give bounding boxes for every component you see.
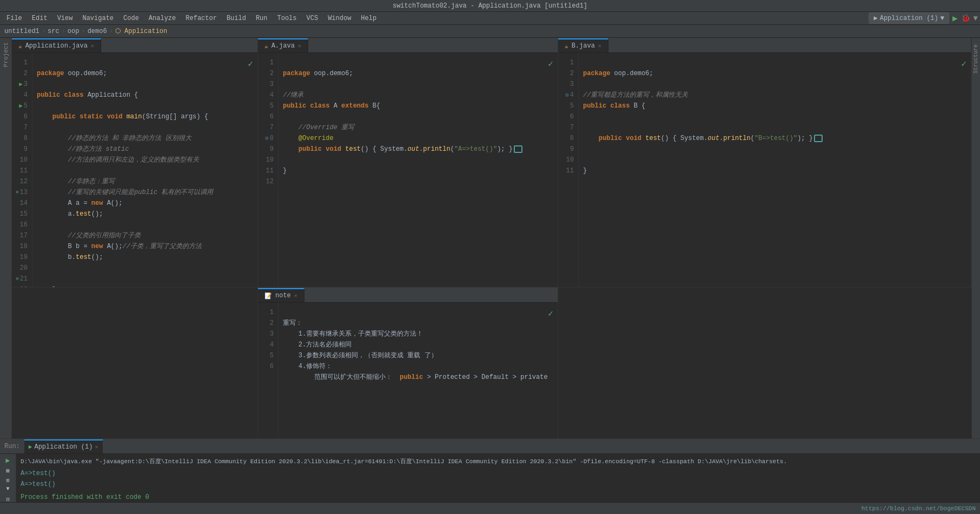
application-java-tabs: ☕ Application.java ✕	[12, 38, 257, 53]
note-line-numbers: 123456	[258, 303, 279, 438]
tab-b-java[interactable]: ☕ B.java ✕	[558, 38, 608, 52]
b-java-tabs: ☕ B.java ✕	[558, 38, 971, 53]
b-java-code[interactable]: package oop.demo6; //重写都是方法的重写，和属性无关 pub…	[579, 53, 971, 287]
run-tab-close[interactable]: ✕	[95, 444, 98, 450]
run-output-link-1[interactable]: A=>test()	[21, 470, 56, 477]
b-java-content: 123 ⊙4 567891011 package oop.demo6; //重写…	[558, 53, 971, 287]
debug-button[interactable]: 🐞	[961, 14, 970, 23]
run-config-icon: ▶	[873, 14, 877, 22]
breadcrumb-src[interactable]: src	[48, 28, 59, 35]
run-config-label: Application (1)	[880, 15, 938, 22]
menu-bar: File Edit View Navigate Code Analyze Ref…	[0, 12, 980, 25]
tab-a-java-icon: ☕	[264, 43, 268, 50]
tab-java-icon: ☕	[18, 43, 22, 50]
run-exit-msg: Process finished with exit code 0	[21, 492, 976, 503]
a-java-gutter-icon-8[interactable]: ⊙	[265, 133, 269, 144]
tab-b-java-close[interactable]: ✕	[598, 43, 601, 49]
note-pane: 📝 note ✕ 123456 重写： 1.需要有继承关系，子类重写父类的方法！…	[258, 288, 558, 438]
fold-icon-21[interactable]: ⊖	[16, 273, 18, 284]
breadcrumb-demo6[interactable]: demo6	[88, 28, 107, 35]
run-config-chevron: ▼	[941, 15, 944, 22]
note-checkmark: ✓	[548, 308, 553, 319]
structure-sidebar-item[interactable]: Structure	[972, 40, 980, 78]
status-bar: https://blog.csdn.net/bogeDECSDN	[0, 502, 980, 514]
a-java-checkmark: ✓	[548, 58, 553, 69]
tab-note-label: note	[275, 292, 291, 299]
editors-container: ☕ Application.java ✕ 12▶34 ▶5 6789101112…	[12, 38, 971, 438]
a-java-code[interactable]: package oop.demo6; //继承 public class A e…	[279, 53, 558, 287]
note-code[interactable]: 重写： 1.需要有继承关系，子类重写父类的方法！ 2.方法名必须相同 3.参数列…	[279, 303, 558, 438]
tab-application-java[interactable]: ☕ Application.java ✕	[12, 38, 101, 52]
menu-vcs[interactable]: VCS	[302, 14, 323, 23]
run-output-1: A=>test()	[21, 468, 976, 479]
run-gutter-icon[interactable]: ▶	[19, 79, 23, 90]
tab-a-java-close[interactable]: ✕	[298, 43, 301, 49]
menu-edit[interactable]: Edit	[28, 14, 52, 23]
title-text: switchTomato02.java - Application.java […	[4, 2, 976, 10]
menu-view[interactable]: View	[53, 14, 77, 23]
menu-build[interactable]: Build	[222, 14, 250, 23]
note-tabs: 📝 note ✕	[258, 288, 558, 303]
run-scroll-btn[interactable]: ⊞	[2, 477, 14, 484]
menu-run[interactable]: Run	[251, 14, 272, 23]
tab-note-close[interactable]: ✕	[294, 292, 297, 299]
application-java-line-numbers: 12▶34 ▶5 6789101112 ⊖13 14151617181920 ⊖…	[12, 53, 32, 287]
run-header: Run: ▶ Application (1) ✕	[0, 439, 980, 454]
menu-analyze[interactable]: Analyze	[144, 14, 180, 23]
b-java-gutter-icon-4[interactable]: ⊙	[565, 90, 569, 101]
a-java-pane: ☕ A.java ✕ 123456 7 ⊙8 9101112 package o…	[258, 38, 558, 287]
a-java-tabs: ☕ A.java ✕	[258, 38, 558, 53]
menu-help[interactable]: Help	[356, 14, 381, 23]
run-tab-label: Application (1)	[34, 443, 92, 451]
left-tool-sidebar: Project	[0, 38, 12, 438]
menu-window[interactable]: Window	[323, 14, 355, 23]
status-bar-url[interactable]: https://blog.csdn.net/bogeDECSDN	[862, 505, 976, 512]
application-java-code[interactable]: package oop.demo6; public class Applicat…	[32, 53, 257, 287]
menu-navigate[interactable]: Navigate	[78, 14, 118, 23]
note-content: 123456 重写： 1.需要有继承关系，子类重写父类的方法！ 2.方法名必须相…	[258, 303, 558, 438]
run-cmd-text: D:\JAVA\bin\java.exe "-javaagent:D:\百度\I…	[21, 458, 787, 465]
b-java-line-numbers: 123 ⊙4 567891011	[558, 53, 579, 287]
run-button[interactable]: ▶	[952, 13, 958, 24]
run-gutter-icon-5[interactable]: ▶	[19, 101, 23, 111]
run-output-2: A=>test()	[21, 479, 976, 490]
breadcrumb: untitled1 › src › oop › demo6 › ⬡ Applic…	[0, 25, 980, 38]
application-java-pane: ☕ Application.java ✕ 12▶34 ▶5 6789101112…	[12, 38, 258, 287]
tab-application-label: Application.java	[25, 42, 88, 50]
menu-file[interactable]: File	[2, 14, 27, 23]
b-java-checkmark: ✓	[961, 58, 966, 69]
application-java-checkmark: ✓	[248, 58, 253, 69]
run-tab-icon: ▶	[29, 443, 32, 450]
run-more-button[interactable]: ▼	[974, 14, 978, 23]
fold-icon-13[interactable]: ⊖	[16, 187, 18, 198]
run-restart-btn[interactable]: ▶	[2, 456, 14, 465]
right-sidebar: Structure	[971, 38, 980, 438]
tab-b-java-icon: ☕	[565, 43, 568, 50]
title-bar: switchTomato02.java - Application.java […	[0, 0, 980, 12]
project-sidebar-item[interactable]: Project	[2, 38, 10, 71]
menu-refactor[interactable]: Refactor	[181, 14, 221, 23]
run-command-line: D:\JAVA\bin\java.exe "-javaagent:D:\百度\I…	[21, 456, 976, 467]
tab-a-java-label: A.java	[272, 42, 295, 50]
menu-code[interactable]: Code	[119, 14, 143, 23]
tab-b-java-label: B.java	[572, 42, 595, 50]
run-stop-btn[interactable]: ■	[2, 467, 14, 475]
menu-tools[interactable]: Tools	[273, 14, 301, 23]
a-java-content: 123456 7 ⊙8 9101112 package oop.demo6; /…	[258, 53, 558, 287]
tab-application-close[interactable]: ✕	[91, 43, 94, 49]
application-java-content: 12▶34 ▶5 6789101112 ⊖13 14151617181920 ⊖…	[12, 53, 257, 287]
note-row: 📝 note ✕ 123456 重写： 1.需要有继承关系，子类重写父类的方法！…	[12, 287, 971, 438]
breadcrumb-project[interactable]: untitled1	[4, 28, 39, 35]
editors-top-row: ☕ Application.java ✕ 12▶34 ▶5 6789101112…	[12, 38, 971, 287]
tab-a-java[interactable]: ☕ A.java ✕	[258, 38, 308, 52]
run-output-link-2[interactable]: A=>test()	[21, 480, 56, 488]
tab-note-icon: 📝	[264, 292, 272, 299]
run-tab-application[interactable]: ▶ Application (1) ✕	[24, 439, 103, 453]
run-config-dropdown[interactable]: ▶ Application (1) ▼	[869, 12, 949, 24]
run-filter-btn[interactable]: ▼	[2, 486, 14, 492]
run-exit-text: Process finished with exit code 0	[21, 493, 149, 501]
breadcrumb-application[interactable]: ⬡ Application	[115, 27, 167, 35]
breadcrumb-oop[interactable]: oop	[68, 28, 80, 35]
run-label: Run:	[4, 443, 20, 450]
tab-note[interactable]: 📝 note ✕	[258, 288, 304, 302]
